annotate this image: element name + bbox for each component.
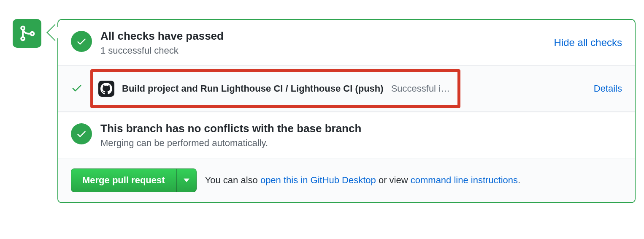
conflicts-heading: This branch has no conflicts with the ba… xyxy=(100,122,622,136)
check-result-icon xyxy=(71,82,83,95)
merge-hint-prefix: You can also xyxy=(205,175,260,185)
git-merge-icon xyxy=(18,24,36,42)
merge-hint-middle: or view xyxy=(376,175,411,185)
check-row: Build project and Run Lighthouse CI / Li… xyxy=(58,65,635,112)
merge-hint-text: You can also open this in GitHub Desktop… xyxy=(205,175,521,186)
checks-status-icon xyxy=(71,31,92,52)
conflicts-subtext: Merging can be performed automatically. xyxy=(100,138,622,149)
check-icon xyxy=(76,128,87,139)
checks-subtext: 1 successful check xyxy=(100,45,541,56)
merge-hint-suffix: . xyxy=(518,175,520,185)
check-details-link[interactable]: Details xyxy=(594,83,622,94)
github-actions-avatar xyxy=(98,81,114,97)
merge-actions-row: Merge pull request You can also open thi… xyxy=(58,158,635,202)
merge-pull-request-button[interactable]: Merge pull request xyxy=(71,168,176,192)
checks-heading: All checks have passed xyxy=(100,29,541,43)
check-icon xyxy=(71,82,83,94)
check-icon xyxy=(76,36,87,47)
toggle-checks-link[interactable]: Hide all checks xyxy=(554,37,622,49)
check-name[interactable]: Build project and Run Lighthouse CI / Li… xyxy=(122,83,384,94)
merge-button-group: Merge pull request xyxy=(71,168,197,192)
checks-summary-row: All checks have passed 1 successful chec… xyxy=(58,20,635,65)
merge-options-dropdown-button[interactable] xyxy=(176,168,197,192)
caret-down-icon xyxy=(184,178,189,182)
check-status-text: Successful i… xyxy=(391,83,450,94)
annotation-highlight: Build project and Run Lighthouse CI / Li… xyxy=(90,69,460,108)
open-github-desktop-link[interactable]: open this in GitHub Desktop xyxy=(260,175,376,185)
merge-timeline-badge xyxy=(13,19,41,48)
command-line-instructions-link[interactable]: command line instructions xyxy=(411,175,518,185)
conflicts-status-icon xyxy=(71,123,92,144)
conflicts-summary-row: This branch has no conflicts with the ba… xyxy=(58,112,635,158)
github-icon xyxy=(100,83,112,95)
merge-status-panel: All checks have passed 1 successful chec… xyxy=(57,19,636,203)
